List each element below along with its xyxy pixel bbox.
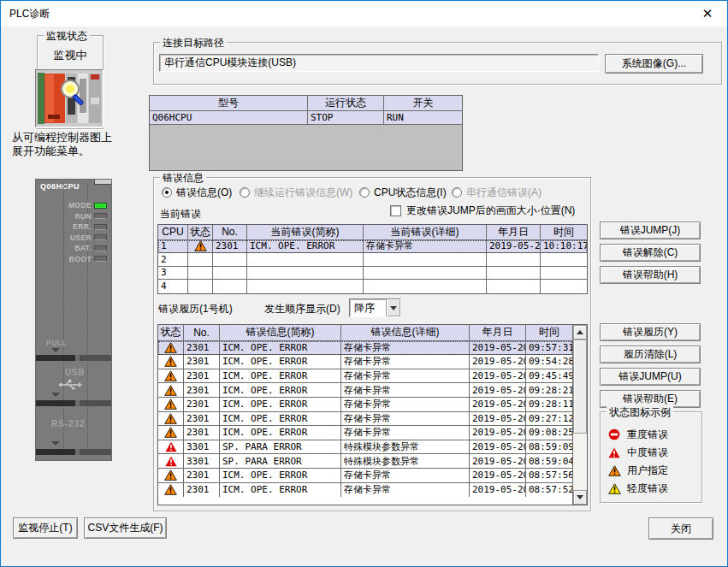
error-history-button[interactable]: 错误履历(Y) bbox=[600, 323, 701, 341]
cell-no: 3301 bbox=[184, 440, 220, 454]
column-header-date: 年月日 bbox=[470, 325, 526, 340]
cell-cpu: 4 bbox=[158, 280, 188, 293]
cell-name bbox=[247, 253, 364, 266]
legend-item-moderate: 中度错误 bbox=[607, 446, 668, 459]
radio-serial-comm-error: 串行通信错误(A) bbox=[452, 186, 542, 199]
history-clear-button[interactable]: 履历清除(L) bbox=[600, 346, 701, 363]
radio-label: 串行通信错误(A) bbox=[466, 186, 542, 200]
cell-icon bbox=[158, 355, 184, 369]
led-label: USER bbox=[36, 233, 94, 242]
column-header-icon: 状态 bbox=[158, 325, 184, 340]
cell-no: 2301 bbox=[184, 355, 220, 369]
close-icon[interactable]: ✕ bbox=[695, 1, 720, 27]
history-scrollbar[interactable] bbox=[572, 325, 587, 505]
module-table-header: 型号 运行状态 开关 bbox=[150, 96, 462, 111]
led-label: BAT. bbox=[36, 244, 94, 252]
cell-detail: 存储卡异常 bbox=[341, 398, 470, 411]
cell-detail: 存储卡异常 bbox=[341, 426, 470, 440]
cell-icon bbox=[188, 240, 213, 253]
error-help-h-button[interactable]: 错误帮助(H) bbox=[600, 266, 701, 284]
current-errors-table: CPU状态No.当前错误(简称)当前错误(详细)年月日时间 12301ICM. … bbox=[157, 224, 588, 294]
current-error-row[interactable]: 12301ICM. OPE. ERROR存储卡异常2019-05-2010:10… bbox=[158, 240, 587, 254]
jump-resize-checkbox[interactable]: 更改错误JUMP后的画面大小·位置(N) bbox=[390, 204, 575, 217]
close-button[interactable]: 关闭 bbox=[648, 517, 713, 540]
cell-date: 2019-05-20 bbox=[470, 440, 526, 454]
cell-time: 08:59:04 bbox=[526, 454, 572, 468]
history-error-row[interactable]: 2301ICM. OPE. ERROR存储卡异常2019-05-2008:57:… bbox=[158, 483, 572, 498]
history-error-row[interactable]: 2301ICM. OPE. ERROR存储卡异常2019-05-2009:54:… bbox=[158, 355, 572, 369]
cell-no: 2301 bbox=[184, 426, 220, 440]
stop-monitor-button[interactable]: 监视停止(T) bbox=[13, 517, 78, 539]
history-error-row[interactable]: 2301ICM. OPE. ERROR存储卡异常2019-05-2009:27:… bbox=[158, 412, 572, 427]
radio-label: 错误信息(O) bbox=[176, 186, 232, 200]
user-specified-icon bbox=[164, 427, 177, 438]
cell-name: ICM. OPE. ERROR bbox=[220, 412, 341, 426]
scroll-up-button[interactable] bbox=[573, 325, 587, 340]
plc-latch-icon bbox=[51, 393, 60, 397]
radio-label: 继续运行错误信息(W) bbox=[254, 186, 352, 200]
connection-path-field[interactable]: 串行通信CPU模块连接(USB) bbox=[159, 54, 599, 72]
column-header-name: 错误信息(简称) bbox=[220, 325, 341, 340]
cell-date: 2019-05-20 bbox=[470, 341, 526, 355]
current-error-row[interactable]: 3 bbox=[158, 267, 587, 281]
history-error-row[interactable]: 3301SP. PARA ERROR特殊模块参数异常2019-05-2008:5… bbox=[158, 454, 572, 469]
moderate-error-icon bbox=[165, 456, 177, 467]
history-error-row[interactable]: 2301ICM. OPE. ERROR存储卡异常2019-05-2009:28:… bbox=[158, 383, 572, 398]
plc-led-row: RUN bbox=[36, 211, 109, 222]
user-specified-icon bbox=[164, 413, 177, 424]
cell-date: 2019-05-20 bbox=[470, 483, 526, 498]
scrollbar-thumb[interactable] bbox=[573, 340, 587, 434]
scroll-down-button[interactable] bbox=[573, 490, 587, 505]
combobox-dropdown-button[interactable] bbox=[386, 299, 400, 316]
cell-detail: 存储卡异常 bbox=[341, 412, 470, 426]
error-jump-u-button[interactable]: 错误JUMP(U) bbox=[600, 368, 701, 386]
plc-thumbnail[interactable] bbox=[35, 69, 104, 127]
history-error-row[interactable]: 2301ICM. OPE. ERROR存储卡异常2019-05-2009:57:… bbox=[158, 341, 572, 356]
cell-date bbox=[487, 280, 541, 293]
history-error-row[interactable]: 2301ICM. OPE. ERROR存储卡异常2019-05-2009:45:… bbox=[158, 369, 572, 384]
cell-time: 09:45:49 bbox=[526, 369, 572, 383]
cell-date: 2019-05-20 bbox=[470, 398, 526, 411]
cell-no: 2301 bbox=[184, 369, 220, 383]
history-error-row[interactable]: 2301ICM. OPE. ERROR存储卡异常2019-05-2008:57:… bbox=[158, 469, 572, 483]
current-error-row[interactable]: 4 bbox=[158, 280, 587, 293]
plc-rs232-label: RS-232 bbox=[51, 419, 86, 428]
cell-icon bbox=[158, 341, 184, 355]
legend-label: 重度错误 bbox=[627, 428, 668, 442]
cell-detail bbox=[364, 253, 487, 266]
cell-cpu: 1 bbox=[158, 240, 188, 253]
system-image-button[interactable]: 系统图像(G)... bbox=[605, 54, 703, 74]
radio-cpu-status-info[interactable]: CPU状态信息(I) bbox=[359, 186, 447, 199]
error-clear-button[interactable]: 错误解除(C) bbox=[600, 244, 701, 262]
led-indicator-off bbox=[94, 234, 107, 240]
plc-unit-graphic[interactable]: Q06HCPU MODERUNERR.USERBAT.BOOT PULL USB… bbox=[35, 179, 112, 461]
cell-name: ICM. OPE. ERROR bbox=[220, 369, 341, 383]
scroll-up-icon bbox=[577, 330, 583, 334]
cell-time bbox=[541, 267, 587, 280]
plc-usb-label: USB bbox=[65, 368, 85, 377]
cell-icon bbox=[158, 426, 184, 440]
history-main: 状态No.错误信息(简称)错误信息(详细)年月日时间 2301ICM. OPE.… bbox=[158, 325, 572, 505]
cell-date: 2019-05-20 bbox=[470, 412, 526, 426]
legend-item-severe: 重度错误 bbox=[607, 428, 668, 441]
history-error-row[interactable]: 2301ICM. OPE. ERROR存储卡异常2019-05-2009:28:… bbox=[158, 398, 572, 412]
history-error-row[interactable]: 2301ICM. OPE. ERROR存储卡异常2019-05-2009:08:… bbox=[158, 426, 572, 440]
order-combobox[interactable]: 降序 bbox=[349, 298, 401, 317]
cell-no: 2301 bbox=[184, 483, 220, 498]
module-table-header-runstate: 运行状态 bbox=[308, 96, 384, 110]
scroll-down-icon bbox=[577, 495, 583, 499]
history-body: 2301ICM. OPE. ERROR存储卡异常2019-05-2009:57:… bbox=[158, 341, 572, 498]
error-jump-j-button[interactable]: 错误JUMP(J) bbox=[600, 221, 701, 239]
cell-date: 2019-05-20 bbox=[470, 469, 526, 482]
monitor-status-value: 监视中 bbox=[38, 48, 103, 63]
led-indicator-off bbox=[94, 245, 107, 251]
led-label: BOOT bbox=[36, 255, 94, 263]
plc-led-panel: MODERUNERR.USERBAT.BOOT bbox=[36, 200, 109, 264]
current-error-row[interactable]: 2 bbox=[158, 253, 587, 267]
csv-generate-button[interactable]: CSV文件生成(F) bbox=[84, 517, 167, 539]
legend-label: 轻度错误 bbox=[627, 481, 668, 496]
column-header-date: 年月日 bbox=[487, 225, 541, 239]
radio-error-info[interactable]: 错误信息(O) bbox=[162, 186, 232, 199]
module-table-row[interactable]: Q06HCPU STOP RUN bbox=[150, 111, 462, 125]
history-error-row[interactable]: 3301SP. PARA ERROR特殊模块参数异常2019-05-2008:5… bbox=[158, 440, 572, 455]
